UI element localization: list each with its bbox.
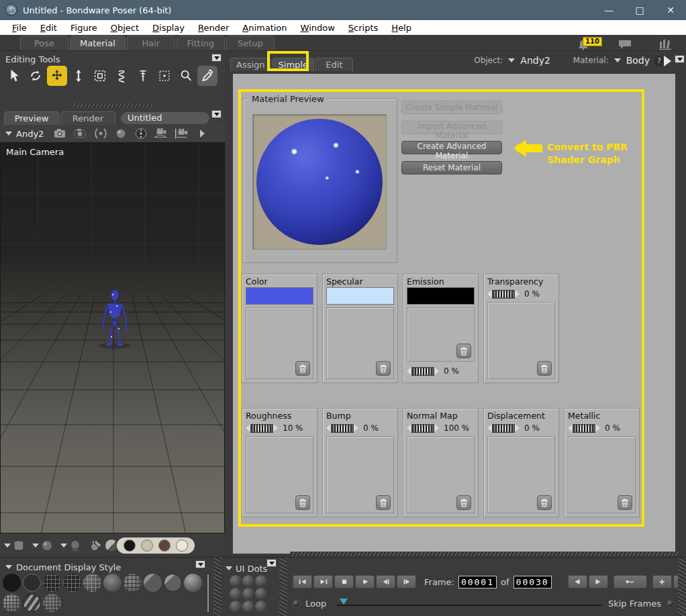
tab-render[interactable]: Render <box>60 111 115 125</box>
dial-decrement-icon[interactable] <box>407 367 411 375</box>
color-swatch[interactable] <box>141 540 153 552</box>
menu-file[interactable]: File <box>5 21 34 34</box>
display-style-texture-shaded[interactable] <box>43 594 61 612</box>
first-frame-button[interactable] <box>293 575 312 588</box>
loop-indicator[interactable] <box>293 600 300 607</box>
thumbwheel-dial[interactable] <box>407 424 439 433</box>
ui-dot[interactable] <box>242 575 254 587</box>
display-style-smooth-shaded[interactable] <box>184 574 202 592</box>
menu-scripts[interactable]: Scripts <box>342 21 385 34</box>
rotate-icon[interactable] <box>26 66 46 86</box>
texture-drop-area[interactable] <box>487 302 555 379</box>
ui-dot[interactable] <box>255 575 267 587</box>
dial-wheel[interactable] <box>331 424 354 433</box>
chevron-down-icon[interactable] <box>226 566 232 574</box>
step-back-button[interactable] <box>376 575 395 588</box>
current-frame-field[interactable]: 00001 <box>458 576 497 588</box>
dolly-camera-icon[interactable] <box>171 126 191 141</box>
display-style-cartoon-lined[interactable] <box>164 574 182 592</box>
timeline-thumb[interactable] <box>340 599 348 609</box>
panel-resize-handle[interactable] <box>213 558 222 616</box>
figure-selector[interactable]: Andy2 <box>16 129 44 139</box>
dial-increment-icon[interactable] <box>515 424 520 432</box>
timeline-scrubber[interactable] <box>337 599 601 608</box>
thumbwheel-dial[interactable] <box>326 424 358 433</box>
delete-texture-button[interactable] <box>456 495 471 510</box>
flyaround-camera-icon[interactable] <box>151 126 171 141</box>
preview-viewport[interactable]: Main Camera <box>0 142 225 533</box>
reset-material-button[interactable]: Reset Material <box>401 161 502 174</box>
dial-wheel[interactable] <box>411 424 434 433</box>
last-frame-button[interactable] <box>313 575 333 588</box>
camera-dotted-icon[interactable] <box>70 126 91 141</box>
color-swatch[interactable] <box>246 287 313 305</box>
value-dial[interactable]: 0 % <box>326 421 394 435</box>
object-value[interactable]: Andy2 <box>520 55 550 66</box>
grouping-icon[interactable] <box>154 66 175 86</box>
dial-decrement-icon[interactable] <box>568 424 573 432</box>
stop-button[interactable] <box>334 575 354 588</box>
panel-menu-icon[interactable] <box>211 110 222 118</box>
color-swatch[interactable] <box>158 540 170 552</box>
dial-wheel[interactable] <box>492 290 515 299</box>
translate-in-out-icon[interactable] <box>68 66 89 86</box>
step-forward-button[interactable] <box>397 575 416 588</box>
tab-edit[interactable]: Edit <box>315 58 353 71</box>
display-style-silhouette[interactable] <box>3 574 21 592</box>
camera-aperture-icon[interactable] <box>91 126 111 141</box>
delete-texture-button[interactable] <box>376 495 391 510</box>
texture-drop-area[interactable] <box>326 307 394 379</box>
display-style-outline[interactable] <box>23 574 41 592</box>
document-name-field[interactable]: Untitled <box>121 112 209 124</box>
menu-object[interactable]: Object <box>104 21 146 34</box>
tab-fitting[interactable]: Fitting <box>177 36 225 50</box>
menu-render[interactable]: Render <box>191 21 236 34</box>
value-dial[interactable]: 0 % <box>407 364 475 378</box>
menu-figure[interactable]: Figure <box>64 21 104 34</box>
thumbwheel-dial[interactable] <box>487 424 520 433</box>
tab-pose[interactable]: Pose <box>20 36 68 50</box>
chevron-down-icon[interactable] <box>5 565 12 572</box>
notifications-bell-icon[interactable]: 110 <box>576 38 593 50</box>
dial-decrement-icon[interactable] <box>246 424 250 432</box>
panel-resize-handle[interactable] <box>678 558 686 616</box>
tab-material[interactable]: Material <box>70 36 126 50</box>
foreground-background-icon[interactable] <box>105 539 118 552</box>
panel-resize-handle[interactable] <box>70 103 154 107</box>
panel-menu-icon[interactable] <box>266 559 277 567</box>
minimize-button[interactable]: — <box>593 0 624 20</box>
sphere-icon[interactable] <box>111 126 131 141</box>
display-style-smooth-lined[interactable] <box>3 594 21 612</box>
ui-dot[interactable] <box>242 601 254 613</box>
delete-texture-button[interactable] <box>618 495 632 510</box>
panel-menu-icon[interactable] <box>195 560 205 568</box>
ui-dot[interactable] <box>230 601 242 613</box>
texture-drop-area[interactable] <box>326 436 394 513</box>
select-arrow-icon[interactable] <box>4 66 24 86</box>
total-frames-field[interactable]: 00030 <box>513 576 552 588</box>
document-style-dropdown[interactable] <box>4 539 26 552</box>
panel-resize-handle[interactable] <box>279 558 287 616</box>
panel-menu-icon[interactable] <box>675 55 685 63</box>
display-style-scrollbar[interactable] <box>207 574 209 613</box>
dial-wheel[interactable] <box>492 424 515 433</box>
play-button[interactable] <box>355 575 375 588</box>
paint-tracking-icon[interactable] <box>89 539 102 552</box>
translate-icon[interactable] <box>47 66 67 86</box>
dial-wheel[interactable] <box>411 367 434 376</box>
value-dial[interactable]: 0 % <box>487 421 555 435</box>
ui-dot[interactable] <box>255 601 267 613</box>
dial-decrement-icon[interactable] <box>487 424 492 432</box>
material-value[interactable]: Body <box>626 55 650 66</box>
dial-increment-icon[interactable] <box>515 290 520 298</box>
color-swatch[interactable] <box>326 287 394 305</box>
ui-dot[interactable] <box>230 588 242 600</box>
dial-decrement-icon[interactable] <box>326 424 331 432</box>
delete-texture-button[interactable] <box>456 344 471 358</box>
color-swatch[interactable] <box>124 540 136 552</box>
skip-frames-indicator[interactable] <box>667 600 674 607</box>
value-dial[interactable]: 10 % <box>246 421 313 435</box>
delete-texture-button[interactable] <box>295 495 310 510</box>
tab-hair[interactable]: Hair <box>127 36 175 50</box>
material-dropdown-icon[interactable] <box>614 58 621 66</box>
